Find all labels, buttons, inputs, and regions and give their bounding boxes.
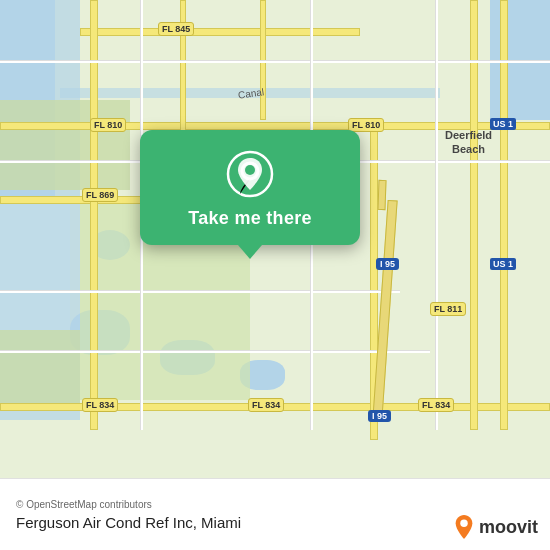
road-us1 <box>500 0 508 430</box>
svg-point-3 <box>460 520 467 527</box>
label-fl834a: FL 834 <box>82 398 118 412</box>
moovit-pin-icon <box>453 514 475 540</box>
svg-point-2 <box>245 165 255 175</box>
road-fl811-v <box>470 0 478 430</box>
label-fl810a: FL 810 <box>90 118 126 132</box>
shield-i95a: I 95 <box>376 258 399 270</box>
road-i95-top <box>377 180 386 210</box>
moovit-text: moovit <box>479 517 538 538</box>
shield-us1a: US 1 <box>490 118 516 130</box>
road-minor-h3 <box>0 290 400 293</box>
green-park3 <box>0 330 80 410</box>
label-fl869: FL 869 <box>82 188 118 202</box>
map-container: FL 845 FL 810 FL 810 FL 869 FL 834 FL 83… <box>0 0 550 550</box>
map-attribution: © OpenStreetMap contributors <box>16 499 534 510</box>
road-minor-h4 <box>0 350 430 353</box>
label-fl811: FL 811 <box>430 302 466 316</box>
shield-i95b: I 95 <box>368 410 391 422</box>
location-pin-icon <box>226 150 274 198</box>
label-fl834c: FL 834 <box>418 398 454 412</box>
green-park1 <box>0 100 130 190</box>
take-me-there-button[interactable]: Take me there <box>188 208 312 229</box>
label-fl810b: FL 810 <box>348 118 384 132</box>
label-fl834b: FL 834 <box>248 398 284 412</box>
bottom-bar: © OpenStreetMap contributors Ferguson Ai… <box>0 478 550 550</box>
road-fl845 <box>80 28 360 36</box>
label-fl845: FL 845 <box>158 22 194 36</box>
shield-us1b: US 1 <box>490 258 516 270</box>
label-deerfield: DeerfieldBeach <box>445 128 492 157</box>
road-v1 <box>90 0 98 430</box>
road-minor-h1 <box>0 60 550 63</box>
moovit-logo: moovit <box>453 514 538 540</box>
popup-card: Take me there <box>140 130 360 245</box>
road-minor-v3 <box>435 0 438 430</box>
